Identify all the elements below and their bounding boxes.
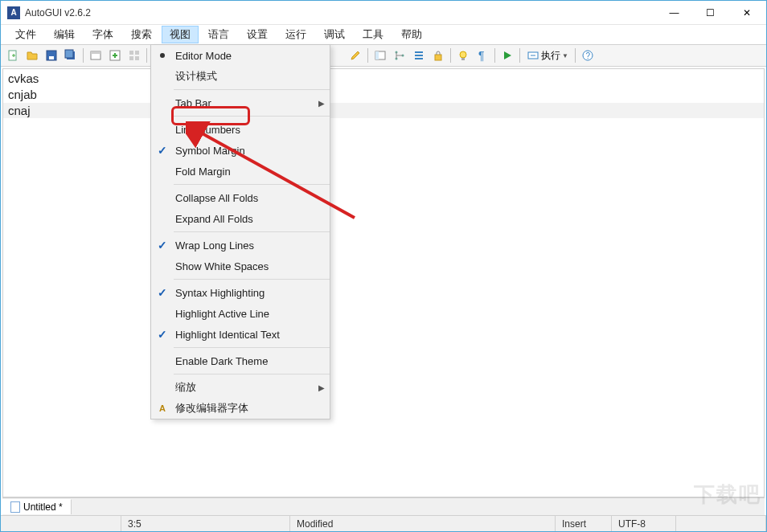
- menuitem-design-mode[interactable]: 设计模式: [151, 66, 330, 87]
- list-icon[interactable]: [410, 47, 428, 64]
- editor-content[interactable]: cvkas cnjab cnaj: [3, 69, 764, 120]
- svg-rect-21: [461, 58, 465, 60]
- menu-search[interactable]: 搜索: [123, 26, 160, 43]
- tree-icon[interactable]: [391, 47, 408, 64]
- svg-text:?: ?: [585, 51, 590, 60]
- panel-icon[interactable]: [371, 47, 389, 64]
- menu-run[interactable]: 运行: [277, 26, 314, 43]
- editor-line-1: cvkas: [8, 72, 39, 85]
- svg-rect-6: [91, 51, 100, 54]
- dropdown-arrow-icon: ▼: [562, 52, 568, 59]
- pilcrow-icon[interactable]: ¶: [474, 47, 491, 64]
- svg-rect-11: [135, 56, 139, 60]
- editor-line-2: cnjab: [8, 88, 37, 101]
- menu-settings[interactable]: 设置: [239, 26, 276, 43]
- document-icon: [10, 501, 20, 513]
- menu-debug[interactable]: 调试: [316, 26, 353, 43]
- check-icon: ✓: [158, 144, 167, 157]
- submenu-arrow-icon: ▶: [318, 383, 330, 392]
- add-panel-icon[interactable]: [106, 47, 124, 64]
- status-encoding: UTF-8: [612, 516, 676, 531]
- help-icon[interactable]: ?: [579, 47, 597, 64]
- minimize-button[interactable]: —: [656, 2, 692, 24]
- grid-icon[interactable]: [125, 47, 143, 64]
- check-icon: ✓: [158, 328, 167, 341]
- menuitem-collapse-all[interactable]: Collapse All Folds: [151, 187, 330, 208]
- run-execute-button[interactable]: 执行 ▼: [523, 49, 572, 63]
- run-play-icon[interactable]: [498, 47, 516, 64]
- menuitem-expand-all[interactable]: Expand All Folds: [151, 208, 330, 229]
- menu-edit[interactable]: 编辑: [46, 26, 83, 43]
- open-folder-icon[interactable]: [23, 47, 41, 64]
- tab-strip: Untitled *: [2, 497, 765, 515]
- menuitem-fold-margin[interactable]: Fold Margin: [151, 161, 330, 182]
- app-icon: A: [7, 6, 20, 19]
- menuitem-zoom[interactable]: 缩放▶: [151, 377, 330, 398]
- svg-rect-9: [135, 51, 139, 55]
- save-icon[interactable]: [43, 47, 60, 64]
- status-insert: Insert: [556, 516, 612, 531]
- menu-file[interactable]: 文件: [7, 26, 44, 43]
- lock-icon[interactable]: [429, 47, 447, 64]
- run-execute-label: 执行: [541, 49, 560, 63]
- menuitem-syntax-hl[interactable]: ✓Syntax Highlighting: [151, 282, 330, 303]
- status-position: 3:5: [121, 516, 290, 531]
- svg-rect-15: [375, 51, 379, 59]
- new-file-icon[interactable]: [4, 47, 22, 64]
- bulb-icon[interactable]: [454, 47, 472, 64]
- editor-area[interactable]: cvkas cnjab cnaj: [2, 68, 765, 497]
- watermark: 下载吧: [694, 481, 761, 509]
- menu-font[interactable]: 字体: [84, 26, 121, 43]
- svg-rect-4: [65, 50, 73, 58]
- submenu-arrow-icon: ▶: [318, 99, 330, 108]
- menuitem-tab-bar[interactable]: Tab Bar▶: [151, 92, 330, 113]
- window-icon[interactable]: [87, 47, 105, 64]
- menuitem-editor-font[interactable]: A修改编辑器字体: [151, 398, 330, 419]
- menu-view[interactable]: 视图: [162, 26, 199, 43]
- status-modified: Modified: [290, 516, 556, 531]
- window-title: AutoGUI v2.6.2: [25, 7, 656, 18]
- menuitem-hl-active[interactable]: Highlight Active Line: [151, 303, 330, 324]
- bullet-icon: [160, 53, 165, 58]
- menu-help[interactable]: 帮助: [393, 26, 430, 43]
- svg-point-20: [460, 51, 466, 58]
- font-icon: A: [159, 403, 166, 413]
- save-all-icon[interactable]: [62, 47, 80, 64]
- svg-rect-8: [129, 51, 133, 55]
- svg-rect-2: [49, 56, 54, 59]
- check-icon: ✓: [158, 286, 167, 299]
- titlebar: A AutoGUI v2.6.2 — ☐ ✕: [1, 1, 766, 25]
- menu-language[interactable]: 语言: [200, 26, 237, 43]
- menuitem-symbol-margin[interactable]: ✓Symbol Margin: [151, 140, 330, 161]
- check-icon: ✓: [158, 239, 167, 252]
- menuitem-line-numbers[interactable]: Line Numbers: [151, 119, 330, 140]
- tab-label: Untitled *: [23, 501, 63, 513]
- svg-rect-19: [435, 55, 441, 60]
- editor-line-3: cnaj: [3, 103, 764, 118]
- toolbar: ¶ 执行 ▼ ?: [1, 44, 766, 67]
- close-button[interactable]: ✕: [728, 2, 765, 24]
- statusbar: 3:5 Modified Insert UTF-8: [1, 515, 766, 531]
- svg-text:¶: ¶: [478, 49, 485, 62]
- menu-tools[interactable]: 工具: [355, 26, 392, 43]
- view-dropdown-menu: Editor Mode 设计模式 Tab Bar▶ Line Numbers ✓…: [150, 44, 330, 419]
- execute-icon: [527, 49, 539, 62]
- pencil-icon[interactable]: [347, 47, 364, 64]
- maximize-button[interactable]: ☐: [692, 2, 728, 24]
- svg-rect-10: [129, 56, 133, 60]
- tab-untitled[interactable]: Untitled *: [2, 499, 72, 514]
- menuitem-wrap-long[interactable]: ✓Wrap Long Lines: [151, 235, 330, 256]
- menuitem-show-ws[interactable]: Show White Spaces: [151, 256, 330, 276]
- menubar: 文件 编辑 字体 搜索 视图 语言 设置 运行 调试 工具 帮助: [1, 25, 766, 44]
- menuitem-editor-mode[interactable]: Editor Mode: [151, 45, 330, 66]
- menuitem-dark-theme[interactable]: Enable Dark Theme: [151, 350, 330, 371]
- menuitem-hl-identical[interactable]: ✓Highlight Identical Text: [151, 324, 330, 345]
